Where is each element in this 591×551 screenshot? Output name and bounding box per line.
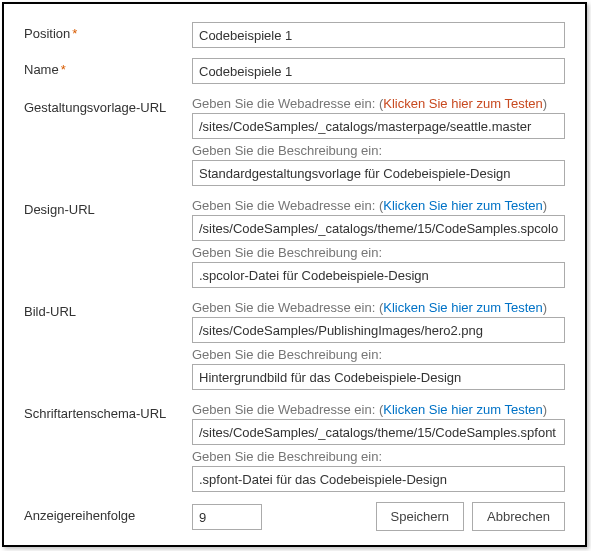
row-font-url: Schriftartenschema-URL Geben Sie die Web… — [24, 402, 565, 492]
label-font-url: Schriftartenschema-URL — [24, 402, 192, 421]
design-url-input[interactable] — [192, 215, 565, 241]
hint-master-webaddress: Geben Sie die Webadresse ein: (Klicken S… — [192, 96, 565, 111]
label-position: Position* — [24, 22, 192, 41]
hint-font-webaddress: Geben Sie die Webadresse ein: (Klicken S… — [192, 402, 565, 417]
row-image-url: Bild-URL Geben Sie die Webadresse ein: (… — [24, 300, 565, 390]
hint-design-webaddress: Geben Sie die Webadresse ein: (Klicken S… — [192, 198, 565, 213]
save-button[interactable]: Speichern — [376, 502, 465, 531]
paren-close: ) — [543, 402, 547, 417]
image-url-input[interactable] — [192, 317, 565, 343]
label-display-order: Anzeigereihenfolge — [24, 504, 192, 523]
paren-close: ) — [543, 198, 547, 213]
required-mark: * — [61, 62, 66, 77]
required-mark: * — [72, 26, 77, 41]
master-desc-input[interactable] — [192, 160, 565, 186]
design-desc-input[interactable] — [192, 262, 565, 288]
name-input[interactable] — [192, 58, 565, 84]
paren-close: ) — [543, 300, 547, 315]
hint-webaddress-text: Geben Sie die Webadresse ein: — [192, 300, 379, 315]
row-master-url: Gestaltungsvorlage-URL Geben Sie die Web… — [24, 96, 565, 186]
row-name: Name* — [24, 58, 565, 84]
label-image-url: Bild-URL — [24, 300, 192, 319]
test-link-master[interactable]: Klicken Sie hier zum Testen — [383, 96, 542, 111]
row-position: Position* — [24, 22, 565, 48]
font-url-input[interactable] — [192, 419, 565, 445]
hint-webaddress-text: Geben Sie die Webadresse ein: — [192, 402, 379, 417]
test-link-font[interactable]: Klicken Sie hier zum Testen — [383, 402, 542, 417]
test-link-image[interactable]: Klicken Sie hier zum Testen — [383, 300, 542, 315]
hint-master-desc: Geben Sie die Beschreibung ein: — [192, 143, 565, 158]
button-row: Speichern Abbrechen — [376, 502, 565, 531]
label-name-text: Name — [24, 62, 59, 77]
field-name — [192, 58, 565, 84]
field-design-url: Geben Sie die Webadresse ein: (Klicken S… — [192, 198, 565, 288]
field-master-url: Geben Sie die Webadresse ein: (Klicken S… — [192, 96, 565, 186]
position-input[interactable] — [192, 22, 565, 48]
field-font-url: Geben Sie die Webadresse ein: (Klicken S… — [192, 402, 565, 492]
hint-image-desc: Geben Sie die Beschreibung ein: — [192, 347, 565, 362]
image-desc-input[interactable] — [192, 364, 565, 390]
label-design-url: Design-URL — [24, 198, 192, 217]
display-order-input[interactable] — [192, 504, 262, 530]
hint-webaddress-text: Geben Sie die Webadresse ein: — [192, 198, 379, 213]
hint-font-desc: Geben Sie die Beschreibung ein: — [192, 449, 565, 464]
hint-image-webaddress: Geben Sie die Webadresse ein: (Klicken S… — [192, 300, 565, 315]
test-link-design[interactable]: Klicken Sie hier zum Testen — [383, 198, 542, 213]
label-position-text: Position — [24, 26, 70, 41]
hint-webaddress-text: Geben Sie die Webadresse ein: — [192, 96, 379, 111]
paren-close: ) — [543, 96, 547, 111]
field-image-url: Geben Sie die Webadresse ein: (Klicken S… — [192, 300, 565, 390]
field-position — [192, 22, 565, 48]
cancel-button[interactable]: Abbrechen — [472, 502, 565, 531]
hint-design-desc: Geben Sie die Beschreibung ein: — [192, 245, 565, 260]
font-desc-input[interactable] — [192, 466, 565, 492]
label-name: Name* — [24, 58, 192, 77]
master-url-input[interactable] — [192, 113, 565, 139]
label-master-url: Gestaltungsvorlage-URL — [24, 96, 192, 115]
form-frame: Position* Name* Gestaltungsvorlage-URL G… — [2, 2, 587, 547]
row-design-url: Design-URL Geben Sie die Webadresse ein:… — [24, 198, 565, 288]
